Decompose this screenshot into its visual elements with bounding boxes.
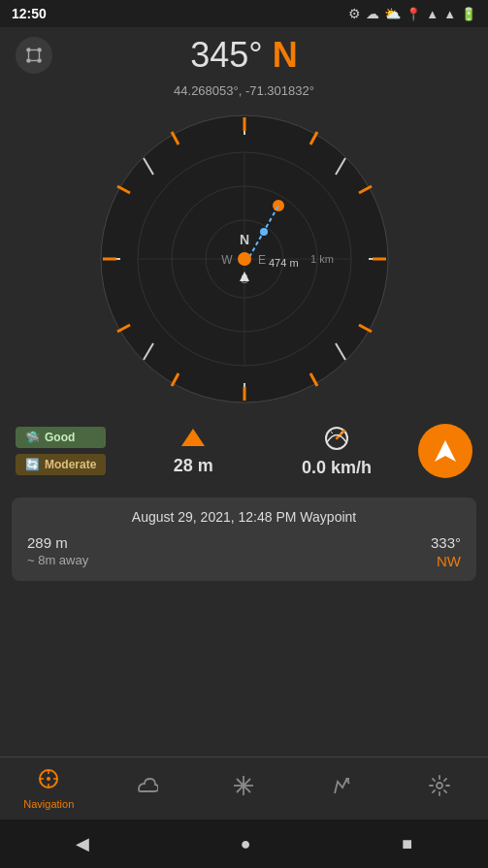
svg-point-0	[26, 48, 31, 52]
svg-point-62	[437, 783, 442, 788]
svg-point-1	[37, 48, 42, 52]
settings-nav-icon	[428, 774, 451, 803]
good-label: Good	[45, 431, 75, 444]
tracks-nav-icon	[330, 774, 353, 803]
compass-area: N S E W 474 m 1 km	[0, 104, 488, 414]
settings-icon: ⚙	[348, 6, 361, 21]
waypoints-button[interactable]	[16, 37, 52, 74]
stats-row: 🛸 Good 🔄 Moderate 28 m 0.0 km/h	[0, 414, 488, 488]
moderate-icon: 🔄	[25, 458, 40, 471]
badges-column: 🛸 Good 🔄 Moderate	[16, 427, 106, 475]
recents-button[interactable]: ■	[402, 834, 412, 854]
svg-text:1 km: 1 km	[310, 253, 334, 265]
waypoint-card: August 29, 2021, 12:48 PM Waypoint 289 m…	[12, 498, 476, 581]
wifi-icon: ▲	[443, 7, 456, 21]
waypoint-direction: NW	[437, 553, 461, 569]
degrees-display: 345°	[190, 35, 262, 76]
home-button[interactable]: ●	[241, 834, 251, 854]
nav-label-navigation: Navigation	[23, 798, 74, 810]
nav-item-weather[interactable]	[98, 766, 196, 811]
svg-text:W: W	[221, 253, 233, 267]
coordinates-display: 44.268053°, -71.301832°	[0, 83, 488, 104]
svg-text:N: N	[239, 232, 248, 247]
nav-item-settings[interactable]	[390, 766, 488, 811]
waypoint-distance: 289 m	[27, 534, 68, 551]
system-nav-bar: ◀ ● ■	[0, 820, 488, 868]
waypoint-details: 289 m ~ 8m away 333° NW	[27, 534, 461, 569]
waypoint-title: August 29, 2021, 12:48 PM Waypoint	[27, 509, 461, 525]
back-button[interactable]: ◀	[76, 833, 89, 854]
svg-point-2	[26, 58, 31, 63]
weather-nav-icon	[135, 774, 158, 803]
detail-left: 289 m ~ 8m away	[27, 534, 88, 569]
status-bar: 12:50 ⚙ ☁ ⛅ 📍 ▲ ▲ 🔋	[0, 0, 488, 27]
svg-marker-49	[435, 440, 456, 462]
svg-point-51	[47, 777, 50, 781]
direction-display: N	[273, 35, 298, 76]
svg-point-42	[260, 228, 268, 236]
speed-stat: 0.0 km/h	[265, 425, 408, 478]
nav-item-waypoints[interactable]	[195, 766, 293, 811]
speed-icon	[323, 425, 350, 456]
elevation-stat: 28 m	[121, 427, 265, 476]
location-icon: 📍	[406, 7, 421, 21]
svg-line-47	[331, 432, 333, 434]
compass-svg: N S E W 474 m 1 km	[99, 113, 390, 404]
badge-moderate: 🔄 Moderate	[16, 454, 106, 475]
detail-right: 333° NW	[431, 534, 461, 569]
nav-item-tracks[interactable]	[293, 766, 391, 811]
cloud-icon: ⛅	[384, 6, 401, 21]
header: 345° N	[0, 27, 488, 83]
svg-marker-45	[181, 429, 205, 446]
svg-point-43	[238, 252, 251, 266]
battery-icon: 🔋	[461, 7, 476, 21]
compass-reading: 345° N	[190, 35, 297, 76]
nav-item-navigation[interactable]: Navigation	[0, 759, 98, 818]
svg-text:E: E	[257, 253, 265, 267]
signal-icon: ▲	[426, 7, 439, 21]
moderate-label: Moderate	[45, 458, 96, 471]
weather-icon: ☁	[366, 6, 379, 21]
elevation-icon	[179, 427, 207, 454]
waypoint-bearing: 333°	[431, 534, 461, 551]
svg-point-60	[242, 784, 246, 788]
navigation-icon	[37, 767, 60, 796]
waypoint-away: ~ 8m away	[27, 553, 88, 567]
speed-value: 0.0 km/h	[302, 458, 372, 478]
waypoints-nav-icon	[232, 774, 255, 803]
elevation-value: 28 m	[174, 456, 213, 476]
svg-point-3	[37, 58, 42, 63]
good-icon: 🛸	[25, 431, 40, 444]
navigate-fab[interactable]	[418, 424, 472, 478]
svg-text:474 m: 474 m	[269, 257, 299, 269]
bottom-nav: Navigation	[0, 756, 488, 820]
status-time: 12:50	[12, 6, 47, 21]
status-icons: ⚙ ☁ ⛅ 📍 ▲ ▲ 🔋	[348, 6, 476, 21]
badge-good: 🛸 Good	[16, 427, 106, 448]
